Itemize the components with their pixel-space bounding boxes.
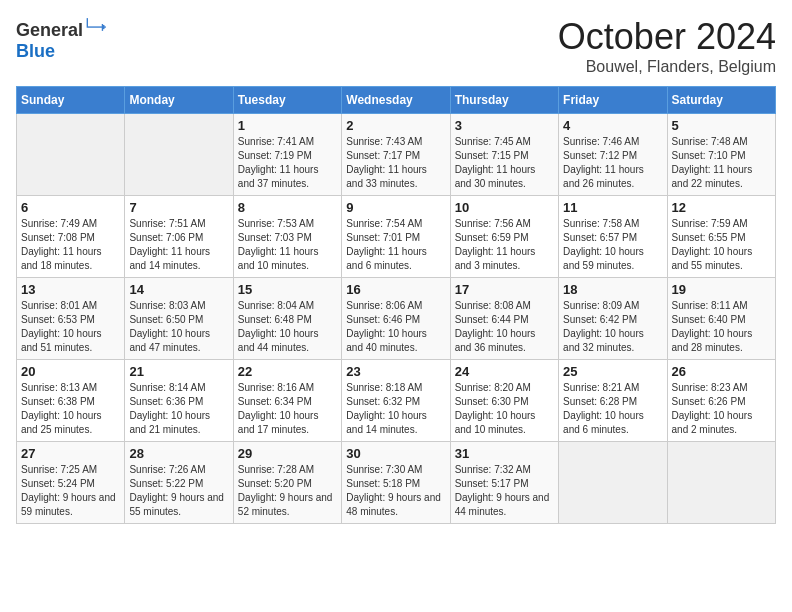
logo-text: General⮡ Blue xyxy=(16,16,107,62)
day-cell xyxy=(667,442,775,524)
day-cell xyxy=(125,114,233,196)
day-number: 1 xyxy=(238,118,337,133)
day-number: 14 xyxy=(129,282,228,297)
day-number: 17 xyxy=(455,282,554,297)
col-thursday: Thursday xyxy=(450,87,558,114)
day-cell: 22Sunrise: 8:16 AMSunset: 6:34 PMDayligh… xyxy=(233,360,341,442)
day-info: Sunrise: 8:01 AMSunset: 6:53 PMDaylight:… xyxy=(21,299,120,355)
day-info: Sunrise: 8:21 AMSunset: 6:28 PMDaylight:… xyxy=(563,381,662,437)
day-cell: 16Sunrise: 8:06 AMSunset: 6:46 PMDayligh… xyxy=(342,278,450,360)
day-cell: 23Sunrise: 8:18 AMSunset: 6:32 PMDayligh… xyxy=(342,360,450,442)
day-number: 27 xyxy=(21,446,120,461)
day-cell: 2Sunrise: 7:43 AMSunset: 7:17 PMDaylight… xyxy=(342,114,450,196)
logo-general: General xyxy=(16,20,83,40)
day-info: Sunrise: 7:26 AMSunset: 5:22 PMDaylight:… xyxy=(129,463,228,519)
day-info: Sunrise: 7:59 AMSunset: 6:55 PMDaylight:… xyxy=(672,217,771,273)
day-number: 21 xyxy=(129,364,228,379)
day-number: 23 xyxy=(346,364,445,379)
day-info: Sunrise: 8:03 AMSunset: 6:50 PMDaylight:… xyxy=(129,299,228,355)
day-info: Sunrise: 7:54 AMSunset: 7:01 PMDaylight:… xyxy=(346,217,445,273)
page-header: General⮡ Blue October 2024 Bouwel, Fland… xyxy=(16,16,776,76)
day-cell xyxy=(17,114,125,196)
day-info: Sunrise: 7:41 AMSunset: 7:19 PMDaylight:… xyxy=(238,135,337,191)
logo-bird-icon: ⮡ xyxy=(85,16,107,41)
day-cell: 27Sunrise: 7:25 AMSunset: 5:24 PMDayligh… xyxy=(17,442,125,524)
day-info: Sunrise: 8:13 AMSunset: 6:38 PMDaylight:… xyxy=(21,381,120,437)
day-cell: 21Sunrise: 8:14 AMSunset: 6:36 PMDayligh… xyxy=(125,360,233,442)
day-info: Sunrise: 8:09 AMSunset: 6:42 PMDaylight:… xyxy=(563,299,662,355)
day-info: Sunrise: 8:18 AMSunset: 6:32 PMDaylight:… xyxy=(346,381,445,437)
day-info: Sunrise: 7:53 AMSunset: 7:03 PMDaylight:… xyxy=(238,217,337,273)
day-number: 30 xyxy=(346,446,445,461)
day-number: 10 xyxy=(455,200,554,215)
day-info: Sunrise: 7:30 AMSunset: 5:18 PMDaylight:… xyxy=(346,463,445,519)
day-cell: 5Sunrise: 7:48 AMSunset: 7:10 PMDaylight… xyxy=(667,114,775,196)
week-row-1: 1Sunrise: 7:41 AMSunset: 7:19 PMDaylight… xyxy=(17,114,776,196)
day-number: 7 xyxy=(129,200,228,215)
day-cell xyxy=(559,442,667,524)
day-cell: 3Sunrise: 7:45 AMSunset: 7:15 PMDaylight… xyxy=(450,114,558,196)
day-number: 12 xyxy=(672,200,771,215)
week-row-3: 13Sunrise: 8:01 AMSunset: 6:53 PMDayligh… xyxy=(17,278,776,360)
day-cell: 12Sunrise: 7:59 AMSunset: 6:55 PMDayligh… xyxy=(667,196,775,278)
location-title: Bouwel, Flanders, Belgium xyxy=(558,58,776,76)
day-number: 8 xyxy=(238,200,337,215)
day-info: Sunrise: 7:32 AMSunset: 5:17 PMDaylight:… xyxy=(455,463,554,519)
day-number: 28 xyxy=(129,446,228,461)
month-title: October 2024 xyxy=(558,16,776,58)
day-cell: 31Sunrise: 7:32 AMSunset: 5:17 PMDayligh… xyxy=(450,442,558,524)
day-info: Sunrise: 8:08 AMSunset: 6:44 PMDaylight:… xyxy=(455,299,554,355)
day-cell: 6Sunrise: 7:49 AMSunset: 7:08 PMDaylight… xyxy=(17,196,125,278)
day-cell: 1Sunrise: 7:41 AMSunset: 7:19 PMDaylight… xyxy=(233,114,341,196)
title-section: October 2024 Bouwel, Flanders, Belgium xyxy=(558,16,776,76)
week-row-4: 20Sunrise: 8:13 AMSunset: 6:38 PMDayligh… xyxy=(17,360,776,442)
day-info: Sunrise: 8:06 AMSunset: 6:46 PMDaylight:… xyxy=(346,299,445,355)
logo-blue: Blue xyxy=(16,41,55,61)
logo: General⮡ Blue xyxy=(16,16,107,62)
day-number: 26 xyxy=(672,364,771,379)
day-number: 4 xyxy=(563,118,662,133)
day-cell: 18Sunrise: 8:09 AMSunset: 6:42 PMDayligh… xyxy=(559,278,667,360)
week-row-2: 6Sunrise: 7:49 AMSunset: 7:08 PMDaylight… xyxy=(17,196,776,278)
day-number: 18 xyxy=(563,282,662,297)
day-cell: 7Sunrise: 7:51 AMSunset: 7:06 PMDaylight… xyxy=(125,196,233,278)
col-sunday: Sunday xyxy=(17,87,125,114)
day-info: Sunrise: 7:48 AMSunset: 7:10 PMDaylight:… xyxy=(672,135,771,191)
day-cell: 10Sunrise: 7:56 AMSunset: 6:59 PMDayligh… xyxy=(450,196,558,278)
day-number: 15 xyxy=(238,282,337,297)
day-number: 29 xyxy=(238,446,337,461)
day-cell: 17Sunrise: 8:08 AMSunset: 6:44 PMDayligh… xyxy=(450,278,558,360)
day-cell: 14Sunrise: 8:03 AMSunset: 6:50 PMDayligh… xyxy=(125,278,233,360)
day-number: 13 xyxy=(21,282,120,297)
day-info: Sunrise: 7:56 AMSunset: 6:59 PMDaylight:… xyxy=(455,217,554,273)
day-cell: 13Sunrise: 8:01 AMSunset: 6:53 PMDayligh… xyxy=(17,278,125,360)
day-number: 25 xyxy=(563,364,662,379)
day-number: 24 xyxy=(455,364,554,379)
day-cell: 8Sunrise: 7:53 AMSunset: 7:03 PMDaylight… xyxy=(233,196,341,278)
day-info: Sunrise: 8:16 AMSunset: 6:34 PMDaylight:… xyxy=(238,381,337,437)
day-number: 2 xyxy=(346,118,445,133)
day-info: Sunrise: 8:11 AMSunset: 6:40 PMDaylight:… xyxy=(672,299,771,355)
col-wednesday: Wednesday xyxy=(342,87,450,114)
day-info: Sunrise: 7:51 AMSunset: 7:06 PMDaylight:… xyxy=(129,217,228,273)
day-number: 31 xyxy=(455,446,554,461)
day-info: Sunrise: 7:45 AMSunset: 7:15 PMDaylight:… xyxy=(455,135,554,191)
day-info: Sunrise: 7:49 AMSunset: 7:08 PMDaylight:… xyxy=(21,217,120,273)
day-cell: 25Sunrise: 8:21 AMSunset: 6:28 PMDayligh… xyxy=(559,360,667,442)
day-info: Sunrise: 7:25 AMSunset: 5:24 PMDaylight:… xyxy=(21,463,120,519)
day-cell: 20Sunrise: 8:13 AMSunset: 6:38 PMDayligh… xyxy=(17,360,125,442)
week-row-5: 27Sunrise: 7:25 AMSunset: 5:24 PMDayligh… xyxy=(17,442,776,524)
col-friday: Friday xyxy=(559,87,667,114)
day-cell: 26Sunrise: 8:23 AMSunset: 6:26 PMDayligh… xyxy=(667,360,775,442)
day-cell: 4Sunrise: 7:46 AMSunset: 7:12 PMDaylight… xyxy=(559,114,667,196)
day-info: Sunrise: 8:04 AMSunset: 6:48 PMDaylight:… xyxy=(238,299,337,355)
col-saturday: Saturday xyxy=(667,87,775,114)
day-info: Sunrise: 7:58 AMSunset: 6:57 PMDaylight:… xyxy=(563,217,662,273)
day-cell: 19Sunrise: 8:11 AMSunset: 6:40 PMDayligh… xyxy=(667,278,775,360)
day-number: 5 xyxy=(672,118,771,133)
day-info: Sunrise: 7:28 AMSunset: 5:20 PMDaylight:… xyxy=(238,463,337,519)
day-number: 11 xyxy=(563,200,662,215)
col-tuesday: Tuesday xyxy=(233,87,341,114)
day-cell: 9Sunrise: 7:54 AMSunset: 7:01 PMDaylight… xyxy=(342,196,450,278)
day-info: Sunrise: 8:20 AMSunset: 6:30 PMDaylight:… xyxy=(455,381,554,437)
